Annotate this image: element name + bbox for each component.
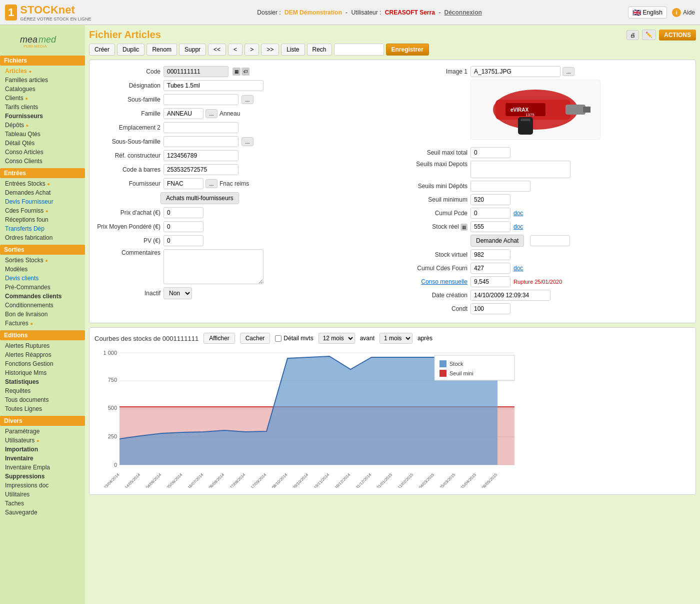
- sidebar-item-toutes-lignes[interactable]: Toutes Lignes: [0, 404, 85, 413]
- sidebar-item-inventaire-empla[interactable]: Inventaire Empla: [0, 463, 85, 472]
- sidebar-item-demandes-achat[interactable]: Demandes Achat: [0, 188, 85, 197]
- sidebar-item-conso-articles[interactable]: Conso Articles: [0, 148, 85, 157]
- designation-input[interactable]: [164, 80, 264, 91]
- liste-button[interactable]: Liste: [281, 44, 304, 56]
- deconnexion-link[interactable]: Déconnexion: [444, 9, 482, 16]
- stock-reel-doc-link[interactable]: doc: [514, 223, 523, 230]
- sous-famille-input[interactable]: [164, 94, 238, 105]
- sidebar-item-tableau-qtes[interactable]: Tableau Qtés: [0, 130, 85, 139]
- rech-button[interactable]: Rech: [307, 44, 332, 56]
- sidebar-item-bon-livraison[interactable]: Bon de livraison: [0, 310, 85, 319]
- seuils-mini-depots-input[interactable]: [470, 181, 530, 192]
- sidebar-item-suppressions[interactable]: Suppressions: [0, 472, 85, 481]
- code-input[interactable]: [164, 66, 228, 77]
- search-input[interactable]: [334, 44, 384, 56]
- detail-mvts-checkbox[interactable]: [275, 335, 282, 342]
- emplacement-input[interactable]: [164, 122, 238, 133]
- language-button[interactable]: 🇬🇧 English: [628, 7, 667, 19]
- fournisseur-browse-btn[interactable]: ...: [206, 179, 218, 188]
- label-icon[interactable]: 🏷: [242, 68, 250, 76]
- sidebar-item-transferts-dep[interactable]: Transferts Dép: [0, 224, 85, 233]
- prix-moyen-input[interactable]: [164, 221, 204, 232]
- sidebar-item-fonctions-gestion[interactable]: Fonctions Gestion: [0, 359, 85, 368]
- sidebar-item-alertes-reappros[interactable]: Alertes Réappros: [0, 350, 85, 359]
- sidebar-item-parametrage[interactable]: Paramétrage: [0, 427, 85, 436]
- month-select[interactable]: 1 mois 2 mois 3 mois: [380, 333, 412, 344]
- ref-constructeur-input[interactable]: [164, 150, 238, 161]
- sidebar-item-historique-mms[interactable]: Historique Mms: [0, 368, 85, 377]
- sidebar-item-catalogues[interactable]: Catalogues: [0, 85, 85, 94]
- pv-input[interactable]: [164, 235, 204, 246]
- demande-achat-input[interactable]: [530, 235, 570, 246]
- sidebar-item-clients[interactable]: Clients ●: [0, 94, 85, 103]
- enregistrer-button[interactable]: Enregistrer: [386, 44, 429, 56]
- prix-achat-input[interactable]: [164, 207, 204, 218]
- demande-achat-button[interactable]: Demande Achat: [470, 235, 524, 247]
- sidebar-item-impressions-doc[interactable]: Impressions doc: [0, 481, 85, 490]
- sidebar-item-ordres-fabrication[interactable]: Ordres fabrication: [0, 233, 85, 242]
- actions-button[interactable]: ACTIONS: [659, 30, 696, 41]
- sidebar-item-pre-commandes[interactable]: Pré-Commandes: [0, 283, 85, 292]
- code-barres-input[interactable]: [164, 164, 238, 175]
- seuil-maxi-total-input[interactable]: [470, 147, 510, 158]
- dossier-value[interactable]: DEM Démonstration: [284, 9, 342, 16]
- nav-next-button[interactable]: >: [244, 44, 259, 56]
- creer-button[interactable]: Créer: [89, 44, 115, 56]
- sidebar-item-taches[interactable]: Taches: [0, 499, 85, 508]
- sidebar-item-detail-qtes[interactable]: Détail Qtés: [0, 139, 85, 148]
- barcode-icon[interactable]: ▦: [232, 68, 240, 76]
- sous-sous-famille-input[interactable]: [164, 136, 238, 147]
- sidebar-item-devis-fournisseur[interactable]: Devis Fournisseur: [0, 197, 85, 206]
- commentaires-textarea[interactable]: [164, 249, 264, 284]
- conso-mensuelle-link[interactable]: Conso mensuelle: [421, 278, 468, 285]
- famille-input[interactable]: [164, 108, 204, 119]
- stock-virtuel-input[interactable]: [470, 249, 510, 260]
- inactif-select[interactable]: Non Oui: [164, 287, 192, 299]
- sidebar-item-entrees-stocks[interactable]: Entrées Stocks ●: [0, 179, 85, 188]
- nav-last-button[interactable]: >>: [261, 44, 279, 56]
- cacher-button[interactable]: Cacher: [240, 333, 270, 344]
- sidebar-item-devis-clients[interactable]: Devis clients: [0, 274, 85, 283]
- sidebar-item-inventaire[interactable]: Inventaire: [0, 454, 85, 463]
- sidebar-item-modeles[interactable]: Modèles: [0, 265, 85, 274]
- conso-mensuelle-input[interactable]: [470, 276, 510, 287]
- sous-famille-browse-btn[interactable]: ...: [242, 95, 254, 104]
- sidebar-item-receptions-fourn[interactable]: Réceptions foun: [0, 215, 85, 224]
- duplic-button[interactable]: Duplic: [117, 44, 144, 56]
- achats-multi-button[interactable]: Achats multi-fournisseurs: [160, 192, 239, 204]
- renom-button[interactable]: Renom: [146, 44, 177, 56]
- sidebar-item-factures[interactable]: Factures ●: [0, 319, 85, 328]
- famille-browse-btn[interactable]: ...: [206, 109, 218, 118]
- nav-prev-button[interactable]: <: [228, 44, 242, 56]
- sidebar-item-familles-articles[interactable]: Familles articles: [0, 76, 85, 85]
- sidebar-item-depots[interactable]: Dépôts ●: [0, 121, 85, 130]
- sous-sous-famille-browse-btn[interactable]: ...: [242, 137, 254, 146]
- cumul-cdes-fourn-doc-link[interactable]: doc: [514, 265, 523, 272]
- sidebar-item-commandes-clients[interactable]: Commandes clients: [0, 292, 85, 301]
- sidebar-item-sorties-stocks[interactable]: Sorties Stocks ●: [0, 256, 85, 265]
- suppr-button[interactable]: Suppr: [179, 44, 206, 56]
- edit-icon-btn[interactable]: ✏️: [642, 30, 656, 40]
- condt-input[interactable]: [470, 303, 510, 314]
- sidebar-item-utilisateurs[interactable]: Utilisateurs ●: [0, 436, 85, 445]
- sidebar-item-utilitaires[interactable]: Utilitaires: [0, 490, 85, 499]
- aide-button[interactable]: i Aide: [672, 8, 695, 17]
- stock-reel-input[interactable]: [470, 221, 510, 232]
- sidebar-item-conditionnements[interactable]: Conditionnements: [0, 301, 85, 310]
- sidebar-item-cdes-fourniss[interactable]: Cdes Fourniss ●: [0, 206, 85, 215]
- sidebar-item-requetes[interactable]: Requêtes: [0, 386, 85, 395]
- seuils-maxi-depots-textarea[interactable]: [470, 161, 570, 178]
- image-browse-btn[interactable]: ...: [562, 67, 574, 76]
- cumul-pcde-doc-link[interactable]: doc: [514, 210, 523, 217]
- sidebar-item-tous-documents[interactable]: Tous documents: [0, 395, 85, 404]
- fournisseur-input[interactable]: [164, 178, 204, 189]
- sidebar-item-sauvegarde[interactable]: Sauvegarde: [0, 508, 85, 517]
- period-select[interactable]: 12 mois 6 mois 3 mois: [318, 333, 355, 344]
- sidebar-item-statistiques[interactable]: Statistiques: [0, 377, 85, 386]
- sidebar-item-fournisseurs[interactable]: Fournisseurs: [0, 112, 85, 121]
- image-name-input[interactable]: [470, 66, 560, 77]
- sidebar-item-importation[interactable]: Importation: [0, 445, 85, 454]
- date-creation-input[interactable]: [470, 290, 550, 301]
- sidebar-item-articles[interactable]: Articles ●: [0, 67, 85, 76]
- cumul-pcde-input[interactable]: [470, 208, 510, 219]
